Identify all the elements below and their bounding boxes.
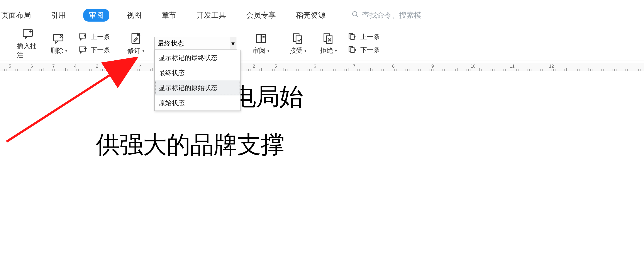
- next-comment-icon: [78, 45, 88, 55]
- track-changes-button[interactable]: 修订▾: [121, 26, 151, 61]
- delete-comment-label: 删除▾: [50, 46, 67, 55]
- accept-icon: [292, 32, 304, 45]
- ribbon: 插入批注 删除▾ 上一条: [0, 26, 644, 61]
- tab-chapter[interactable]: 章节: [159, 9, 179, 22]
- tab-member[interactable]: 会员专享: [244, 9, 278, 22]
- change-nav-group: 上一条 下一条: [344, 26, 384, 61]
- tab-developer[interactable]: 开发工具: [194, 9, 229, 22]
- ruler-number: 9: [431, 64, 434, 69]
- svg-rect-9: [79, 47, 86, 51]
- chevron-down-icon: ▾: [267, 48, 270, 53]
- display-for-review-dropdown: 显示标记的最终状态 最终状态 显示标记的原始状态 原始状态: [154, 50, 240, 111]
- ruler-number: 4: [74, 64, 76, 69]
- ruler-number: 2: [96, 64, 98, 69]
- reject-icon: [322, 32, 335, 45]
- search-area[interactable]: 查找命令、搜索模: [352, 10, 421, 20]
- prev-change-label: 上一条: [360, 33, 380, 42]
- delete-comment-button[interactable]: 删除▾: [44, 26, 74, 61]
- option-final[interactable]: 最终状态: [155, 65, 240, 80]
- reject-button[interactable]: 拒绝▾: [313, 26, 344, 61]
- search-icon: [352, 11, 359, 20]
- track-changes-label: 修订▾: [128, 46, 144, 55]
- display-for-review-selected[interactable]: 最终状态 ▾: [154, 37, 237, 50]
- review-label: 审阅▾: [252, 46, 270, 55]
- prev-change-icon: [348, 32, 357, 42]
- ruler-number: 5: [9, 64, 11, 69]
- ruler-number: 6: [314, 64, 316, 69]
- track-changes-icon: [130, 32, 142, 45]
- ribbon-tabs: 页面布局 引用 审阅 视图 章节 开发工具 会员专享 稻壳资源 查找命令、搜索模: [0, 9, 644, 22]
- chevron-down-icon: ▾: [142, 48, 144, 53]
- tab-view[interactable]: 视图: [124, 9, 144, 22]
- next-change-button[interactable]: 下一条: [348, 45, 380, 55]
- prev-comment-label: 上一条: [91, 33, 110, 42]
- ruler-number: 7: [52, 64, 55, 69]
- horizontal-ruler[interactable]: 56742341256789101112: [0, 63, 644, 71]
- search-placeholder: 查找命令、搜索模: [362, 10, 421, 20]
- insert-comment-label: 插入批注: [17, 42, 40, 60]
- accept-label: 接受▾: [290, 46, 306, 55]
- ruler-number: 6: [30, 64, 33, 69]
- svg-rect-11: [256, 34, 261, 42]
- next-change-icon: [348, 45, 357, 55]
- comment-delete-icon: [52, 32, 65, 45]
- tab-page-layout[interactable]: 页面布局: [0, 9, 34, 22]
- next-change-label: 下一条: [360, 46, 380, 55]
- option-original[interactable]: 原始状态: [155, 96, 240, 111]
- comment-nav-group: 上一条 下一条: [74, 26, 114, 61]
- option-original-markup[interactable]: 显示标记的原始状态: [155, 80, 240, 96]
- tab-references[interactable]: 引用: [48, 9, 68, 22]
- insert-comment-button[interactable]: 插入批注: [13, 26, 44, 61]
- ruler-number: 8: [392, 64, 394, 69]
- review-panel-icon: [254, 32, 268, 45]
- chevron-down-icon: ▾: [304, 48, 306, 53]
- next-comment-button[interactable]: 下一条: [78, 45, 110, 55]
- ruler-number: 5: [274, 64, 277, 69]
- svg-rect-24: [351, 48, 354, 53]
- svg-rect-12: [262, 34, 266, 42]
- option-final-markup[interactable]: 显示标记的最终状态: [155, 50, 240, 65]
- display-for-review-combo: 最终状态 ▾ 显示标记的最终状态 最终状态 显示标记的原始状态 原始状态: [154, 37, 237, 50]
- review-button[interactable]: 审阅▾: [246, 26, 276, 61]
- prev-comment-button[interactable]: 上一条: [78, 32, 110, 42]
- accept-button[interactable]: 接受▾: [283, 26, 313, 61]
- tab-review[interactable]: 审阅: [83, 9, 109, 22]
- ruler-number: 3: [118, 64, 120, 69]
- ruler-number: 10: [470, 64, 475, 69]
- prev-comment-icon: [78, 32, 88, 42]
- ruler-number: 7: [353, 64, 355, 69]
- tab-resources[interactable]: 稻壳资源: [293, 9, 328, 22]
- chevron-down-icon: ▾: [65, 48, 67, 53]
- prev-change-button[interactable]: 上一条: [348, 32, 380, 42]
- chevron-down-icon: ▾: [335, 48, 337, 53]
- ruler-number: 2: [253, 64, 255, 69]
- chevron-down-icon: ▾: [230, 37, 236, 50]
- ruler-number: 11: [510, 64, 514, 69]
- reject-label: 拒绝▾: [320, 46, 337, 55]
- ruler-number: 4: [140, 64, 142, 69]
- combo-selected-text: 最终状态: [158, 39, 184, 48]
- svg-line-1: [356, 15, 358, 17]
- ruler-number: 12: [549, 64, 554, 69]
- next-comment-label: 下一条: [91, 46, 110, 55]
- svg-point-0: [352, 12, 357, 16]
- svg-rect-5: [54, 34, 63, 41]
- document-area[interactable]: 州供电局始 供强大的品牌支撑: [0, 72, 644, 279]
- comment-add-icon: [22, 27, 35, 40]
- document-text-line: 供强大的品牌支撑: [96, 129, 284, 161]
